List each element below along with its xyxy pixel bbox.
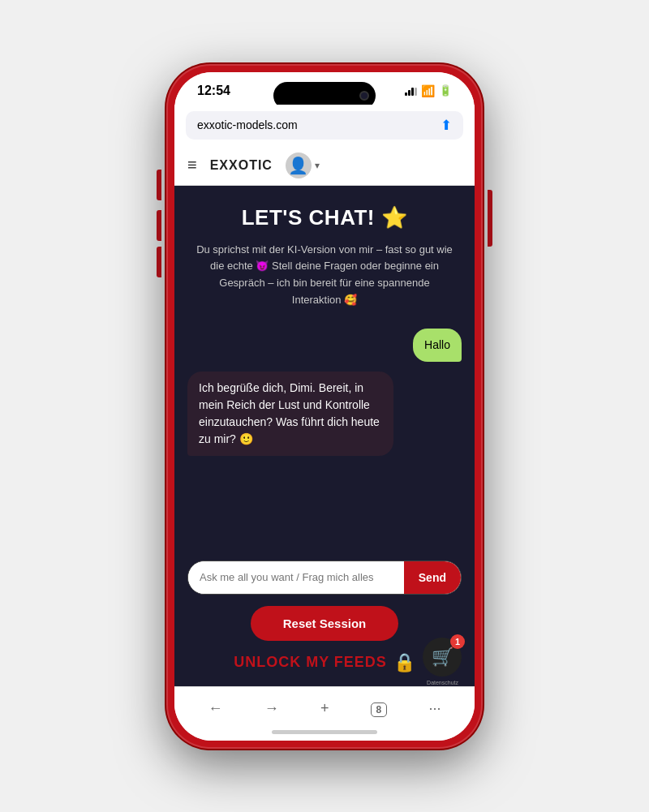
user-message: Hallo (413, 329, 462, 362)
home-indicator (174, 725, 475, 741)
back-button[interactable]: ← (200, 697, 231, 720)
url-text: exxotic-models.com (197, 118, 298, 131)
home-bar (272, 730, 377, 734)
reset-session-button[interactable]: Reset Session (251, 606, 399, 641)
cart-area[interactable]: 🛒 1 Datenschutz Nutzungsbedingungen (423, 638, 462, 677)
phone-frame: 12:54 📶 🔋 exxotic-models.com (166, 64, 483, 749)
signal-bars-icon (405, 86, 417, 96)
add-tab-button[interactable]: + (312, 697, 337, 720)
chat-title: LET'S CHAT! ⭐ (187, 205, 462, 230)
unlock-feeds-label: UNLOCK MY FEEDS (234, 654, 387, 671)
status-time: 12:54 (197, 84, 230, 98)
more-button[interactable]: ··· (420, 697, 449, 720)
status-bar: 12:54 📶 🔋 (174, 72, 475, 101)
bot-message: Ich begrüße dich, Dimi. Bereit, in mein … (187, 372, 393, 456)
dropdown-arrow-icon[interactable]: ▾ (315, 160, 320, 171)
share-icon[interactable]: ⬆ (441, 117, 452, 134)
chat-input[interactable] (188, 561, 404, 594)
chat-subtitle: Du sprichst mit der KI-Version von mir –… (187, 242, 462, 309)
nutzung-label: Datenschutz Nutzungsbedingungen (402, 680, 458, 686)
brand-name: EXXOTIC (210, 158, 273, 173)
status-icons: 📶 🔋 (405, 84, 452, 97)
url-bar[interactable]: exxotic-models.com ⬆ (186, 111, 463, 140)
site-nav: ≡ EXXOTIC 👤 ▾ (174, 146, 475, 186)
battery-icon: 🔋 (439, 84, 452, 97)
user-icon: 👤 (288, 156, 308, 175)
send-button[interactable]: Send (404, 561, 461, 594)
forward-button[interactable]: → (256, 697, 287, 720)
unlock-feeds-section[interactable]: UNLOCK MY FEEDS 🔒 🛒 1 Datenschutz Nutzun… (187, 652, 462, 673)
bottom-browser-nav: ← → + 8 ··· (174, 686, 475, 725)
hamburger-icon[interactable]: ≡ (187, 156, 197, 174)
cart-badge: 1 (450, 634, 465, 649)
wifi-icon: 📶 (421, 84, 435, 97)
messages-list: Hallo Ich begrüße dich, Dimi. Bereit, in… (187, 329, 462, 548)
cart-button[interactable]: 🛒 1 (423, 638, 462, 677)
avatar: 👤 (286, 153, 312, 178)
avatar-area[interactable]: 👤 ▾ (286, 153, 320, 178)
chat-input-row[interactable]: Send (187, 561, 462, 595)
tab-count: 8 (371, 702, 388, 717)
table-row: Ich begrüße dich, Dimi. Bereit, in mein … (187, 372, 462, 456)
chat-area: LET'S CHAT! ⭐ Du sprichst mit der KI-Ver… (174, 186, 475, 686)
browser-bar: exxotic-models.com ⬆ (174, 105, 475, 146)
cart-icon: 🛒 (432, 647, 453, 668)
camera-dot (359, 91, 369, 101)
tab-count-button[interactable]: 8 (363, 697, 396, 720)
phone-screen: 12:54 📶 🔋 exxotic-models.com (174, 72, 475, 741)
lock-icon: 🔒 (393, 652, 415, 673)
table-row: Hallo (187, 329, 462, 362)
